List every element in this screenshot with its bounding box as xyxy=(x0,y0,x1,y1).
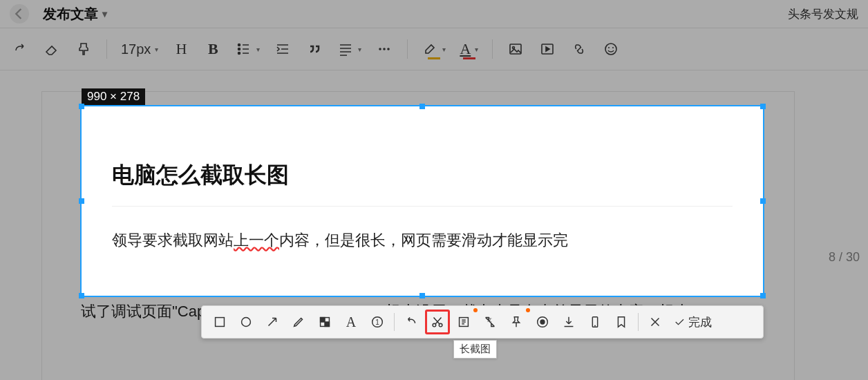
translate-button[interactable]: 文 xyxy=(478,310,502,334)
selection-content-divider xyxy=(112,206,733,207)
svg-rect-15 xyxy=(321,318,325,322)
translate-icon: 文 xyxy=(482,314,498,330)
resize-handle[interactable] xyxy=(760,198,766,204)
pen-icon xyxy=(291,314,306,330)
page-root: 发布文章 ▾ 头条号发文规 17px ▾ H B ▾ ▾ ▾ A▾ 电脑怎么截取… xyxy=(0,0,868,380)
scissors-icon xyxy=(430,314,445,330)
text-icon: A xyxy=(346,314,356,330)
resize-handle[interactable] xyxy=(419,293,425,298)
collect-button[interactable] xyxy=(609,310,634,334)
resize-handle[interactable] xyxy=(79,104,84,109)
download-icon xyxy=(561,314,576,330)
record-button[interactable] xyxy=(530,310,555,334)
screenshot-toolbar: A 1 文 完成 xyxy=(201,305,764,339)
check-icon xyxy=(673,316,686,328)
annotate-pen-button[interactable] xyxy=(286,310,311,334)
svg-point-20 xyxy=(439,323,442,327)
pin-icon xyxy=(509,314,524,330)
undo-icon xyxy=(404,314,419,330)
ocr-icon xyxy=(456,314,471,330)
svg-point-24 xyxy=(540,319,545,324)
close-icon xyxy=(648,314,663,330)
svg-point-13 xyxy=(242,318,251,327)
resize-handle[interactable] xyxy=(419,104,425,109)
resize-handle[interactable] xyxy=(760,293,766,298)
resize-handle[interactable] xyxy=(79,198,84,204)
circle-icon xyxy=(238,314,254,330)
screenshot-selection[interactable]: 990 × 278 电脑怎么截取长图 领导要求截取网站上一个内容，但是很长，网页… xyxy=(80,105,764,297)
phone-icon xyxy=(587,314,603,330)
undo-button[interactable] xyxy=(399,310,424,334)
arrow-icon xyxy=(265,314,280,330)
download-button[interactable] xyxy=(556,310,581,334)
share-phone-button[interactable] xyxy=(583,310,607,334)
mosaic-icon xyxy=(317,314,332,330)
bookmark-icon xyxy=(614,314,629,330)
done-label: 完成 xyxy=(688,314,712,330)
selection-content-title: 电脑怎么截取长图 xyxy=(82,106,763,206)
annotate-ellipse-button[interactable] xyxy=(234,310,258,334)
tooltip: 长截图 xyxy=(453,340,497,359)
annotate-mosaic-button[interactable] xyxy=(312,310,337,334)
annotate-number-button[interactable]: 1 xyxy=(365,310,390,334)
cancel-button[interactable] xyxy=(643,310,668,334)
record-icon xyxy=(535,314,550,330)
number-icon: 1 xyxy=(370,314,385,330)
palette-separator xyxy=(394,313,395,331)
svg-text:1: 1 xyxy=(375,319,379,326)
svg-rect-12 xyxy=(216,318,225,327)
palette-separator xyxy=(638,313,639,331)
spell-error: 上一个 xyxy=(234,231,279,249)
annotate-arrow-button[interactable] xyxy=(260,310,285,334)
long-screenshot-button[interactable] xyxy=(425,310,450,334)
annotate-text-button[interactable]: A xyxy=(339,310,364,334)
svg-rect-16 xyxy=(325,322,329,326)
svg-text:文: 文 xyxy=(487,316,492,323)
selection-content-paragraph: 领导要求截取网站上一个内容，但是很长，网页需要滑动才能显示完 xyxy=(82,230,763,251)
svg-point-19 xyxy=(433,323,436,327)
square-icon xyxy=(212,314,227,330)
annotate-rect-button[interactable] xyxy=(207,310,232,334)
selection-dimensions: 990 × 278 xyxy=(82,88,145,105)
ocr-button[interactable] xyxy=(451,310,476,334)
resize-handle[interactable] xyxy=(79,293,84,298)
pin-button[interactable] xyxy=(504,310,529,334)
resize-handle[interactable] xyxy=(760,104,766,109)
done-button[interactable]: 完成 xyxy=(669,310,716,334)
